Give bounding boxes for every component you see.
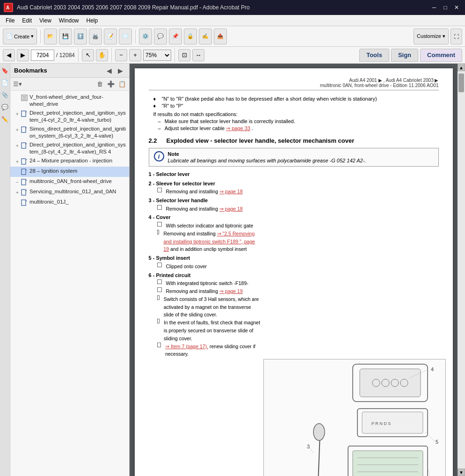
tools-tab[interactable]: Tools — [359, 49, 389, 62]
menu-view[interactable]: View — [36, 16, 55, 25]
svg-rect-6 — [22, 111, 26, 117]
next-page-button[interactable]: ▶ — [17, 49, 29, 61]
upload-button[interactable]: ⬆️ — [74, 29, 87, 44]
comments-panel-icon[interactable]: 💬 — [1, 103, 9, 111]
print-button[interactable]: 🖨️ — [89, 29, 102, 44]
add-bookmark-button[interactable]: ➕ — [106, 79, 116, 89]
minimize-button[interactable]: ─ — [429, 3, 439, 12]
page-number-input[interactable]: 7204 — [31, 50, 54, 61]
attachments-panel-icon[interactable]: 📎 — [1, 91, 9, 99]
dash-item-1: – Make sure that selector lever handle i… — [149, 118, 439, 124]
nav-separator-3 — [174, 48, 175, 62]
bookmark-item-direct4cyl[interactable]: + Direct_petrol_injection_and_ignition_s… — [10, 109, 129, 124]
link-6-2[interactable]: ⇒ page 19 — [219, 288, 243, 294]
bookmarks-tree[interactable]: V_front-wheel_drive_and_four-wheel_drive… — [10, 91, 129, 476]
pdf-area[interactable]: Audi A4 2001 ▶ , Audi A4 Cabriolet 2003 … — [130, 64, 458, 476]
select-tool-button[interactable]: ↖ — [82, 49, 94, 61]
link-3-1[interactable]: ⇒ page 18 — [219, 206, 243, 212]
security-button[interactable]: 🔒 — [184, 29, 197, 44]
open-button[interactable]: 📂 — [44, 29, 57, 44]
bookmark-icon-direct4cyl — [21, 110, 28, 117]
right-scrollbar[interactable]: ▲ ▼ — [458, 64, 465, 476]
bookmark-text-28: 28 – Ignition system — [29, 168, 77, 175]
sign-icon: ✍️ — [202, 33, 209, 39]
nav-toolbar: ◀ ▶ 7204 / 12084 ↖ ✋ − + 75%50%100%150% … — [0, 47, 465, 64]
bookmark-item-simos[interactable]: + Simos_direct_petrol_injection_and_igni… — [10, 124, 129, 140]
svg-rect-12 — [22, 159, 26, 164]
pen-icon[interactable]: ✏️ — [1, 115, 9, 124]
settings-button[interactable]: ⚙️ — [139, 29, 152, 44]
bookmark-item-direct8cyl[interactable]: + Direct_petrol_injection_and_ignition_s… — [10, 140, 129, 156]
checkbox-3-1 — [157, 205, 162, 210]
menu-file[interactable]: File — [2, 16, 18, 25]
svg-marker-21 — [26, 200, 27, 201]
share-button[interactable]: 📤 — [214, 29, 227, 44]
dash-link-2[interactable]: ⇒ page 33 — [226, 125, 250, 131]
comment-tool-button[interactable]: 💬 — [154, 29, 167, 44]
bookmark-icon-simos — [21, 126, 28, 133]
email-button[interactable]: ✉️ — [119, 29, 132, 44]
expand-panel-button[interactable]: ▶ — [115, 66, 125, 76]
lock-icon: 🔒 — [187, 33, 194, 39]
sign-tool-button[interactable]: ✍️ — [199, 29, 212, 44]
save-button[interactable]: 💾 — [59, 29, 72, 44]
menu-window[interactable]: Window — [55, 16, 83, 25]
bookmark-item-multi01j[interactable]: multitronic_01J_ — [10, 198, 129, 208]
customize-button[interactable]: Customize ▾ — [414, 29, 449, 44]
close-button[interactable]: ✕ — [452, 3, 461, 12]
section-heading: 2.2 Exploded view - selector lever handl… — [149, 137, 439, 144]
bookmark-text-serv: Servicing_multitronic_01J_and_0AN — [29, 188, 116, 195]
pages-panel-icon[interactable]: 📄 — [1, 79, 9, 87]
part-6-detail-4: In the event of faults, first check that… — [149, 319, 261, 342]
svg-marker-15 — [26, 169, 27, 170]
bookmark-icon-multi01j — [21, 199, 28, 206]
bookmark-item-vfront[interactable]: V_front-wheel_drive_and_four-wheel_drive — [10, 93, 129, 109]
scroll-up-button[interactable]: ▲ — [458, 64, 465, 71]
fit-page-button[interactable]: ⊡ — [178, 49, 190, 61]
bookmark-item-24mixture[interactable]: + 24 – Mixture preparation - injection — [10, 156, 129, 167]
zoom-in-button[interactable]: + — [129, 49, 141, 61]
bookmark-item-28ignition[interactable]: 28 – Ignition system — [10, 167, 129, 177]
pin-button[interactable]: 📌 — [169, 29, 182, 44]
dash-item-2: – Adjust selector lever cable ⇒ page 33 … — [149, 125, 439, 132]
menu-edit[interactable]: Edit — [18, 16, 36, 25]
link-6-5[interactable]: ⇒ Item 7 (page 17). — [165, 344, 208, 349]
scroll-track[interactable] — [458, 71, 465, 469]
menu-help[interactable]: Help — [83, 16, 102, 25]
section-num: 2.2 — [149, 137, 157, 144]
delete-bookmark-button[interactable]: 🗑 — [94, 79, 105, 89]
expand-button[interactable]: ⛶ — [450, 29, 462, 44]
sign-tab[interactable]: Sign — [391, 49, 418, 62]
nav-separator — [78, 48, 79, 62]
email-icon: ✉️ — [122, 33, 129, 39]
bookmark-properties-button[interactable]: 📋 — [117, 79, 127, 89]
collapse-panel-button[interactable]: ◀ — [104, 66, 114, 76]
scroll-thumb[interactable] — [458, 73, 464, 92]
fit-width-button[interactable]: ↔ — [192, 49, 204, 61]
svg-marker-9 — [26, 127, 27, 128]
bookmark-item-multitronic0an[interactable]: − multitronic_0AN_front-wheel_drive — [10, 177, 129, 187]
bullet-2: ♦ "R" to "P" — [149, 103, 439, 109]
part-6-detail-2: Removing and installing ⇒ page 19 — [149, 287, 261, 295]
create-button[interactable]: 📄 Create ▾ — [3, 29, 37, 44]
part-6-detail-1: With integrated tiptronic switch -F189- — [149, 279, 261, 287]
markup-button[interactable]: 📝 — [104, 29, 117, 44]
zoom-out-button[interactable]: − — [115, 49, 127, 61]
bookmarks-panel-icon[interactable]: 🔖 — [1, 66, 9, 75]
hand-tool-button[interactable]: ✋ — [96, 49, 108, 61]
link-2-1[interactable]: ⇒ page 18 — [219, 189, 243, 194]
zoom-select[interactable]: 75%50%100%150% — [143, 50, 171, 61]
part-4: 4 - Cover With selector indicator and ti… — [149, 213, 261, 253]
expand-icon-28 — [14, 168, 21, 176]
link-4-2[interactable]: ⇒ "2.5 Removing and installing tiptronic… — [163, 231, 255, 252]
markup-icon: 📝 — [107, 33, 114, 39]
svg-marker-13 — [26, 159, 27, 160]
bookmark-item-servicing[interactable]: + Servicing_multitronic_01J_and_0AN — [10, 187, 129, 198]
bookmark-options-button[interactable]: ☰▾ — [12, 79, 22, 89]
scroll-down-button[interactable]: ▼ — [458, 469, 465, 476]
maximize-button[interactable]: □ — [441, 3, 450, 12]
bookmark-icon-24 — [21, 158, 28, 165]
comment-tab[interactable]: Comment — [420, 49, 462, 62]
prev-page-button[interactable]: ◀ — [3, 49, 15, 61]
note-content: Note Lubricate all bearings and moving s… — [168, 151, 366, 163]
